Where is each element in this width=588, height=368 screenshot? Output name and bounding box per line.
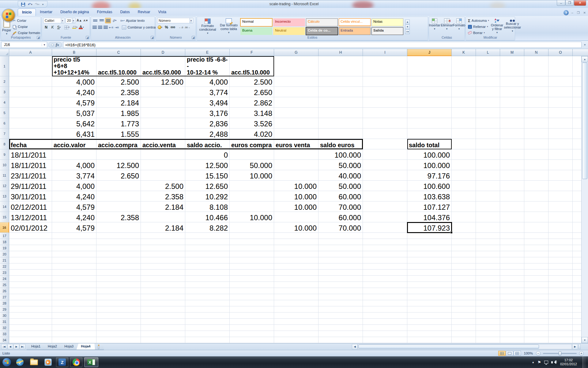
cell-I33[interactable] — [363, 331, 407, 337]
cell-L14[interactable] — [476, 201, 500, 212]
cell-F6[interactable]: 3.526 — [230, 118, 274, 128]
cell-N17[interactable] — [524, 233, 548, 239]
cell-L34[interactable] — [476, 337, 500, 343]
cell-G9[interactable] — [274, 149, 318, 160]
cell-K6[interactable] — [452, 118, 476, 128]
cell-H16[interactable]: 70.000 — [318, 222, 363, 233]
volume-icon[interactable] — [551, 361, 553, 363]
cell-G33[interactable] — [274, 331, 318, 337]
vertical-scroll-thumb[interactable] — [582, 63, 587, 179]
sheet-nav-first-icon[interactable]: |◀ — [1, 344, 7, 349]
cell-H19[interactable] — [318, 245, 363, 251]
cell-O17[interactable] — [548, 233, 573, 239]
cell-A18[interactable] — [9, 239, 52, 245]
cell-C34[interactable] — [96, 337, 141, 343]
cell-K2[interactable] — [452, 76, 476, 87]
cell-E12[interactable]: 12.650 — [185, 181, 230, 191]
cell-H6[interactable] — [318, 118, 363, 128]
cell-K31[interactable] — [452, 319, 476, 325]
cell-N10[interactable] — [524, 160, 548, 170]
cell-I10[interactable] — [363, 160, 407, 170]
cell-J10[interactable]: 100.000 — [407, 160, 452, 170]
save-button[interactable] — [20, 2, 26, 7]
cell-M13[interactable] — [500, 191, 524, 201]
cell-D21[interactable] — [141, 257, 185, 263]
cell-H30[interactable] — [318, 312, 363, 319]
cell-M23[interactable] — [500, 270, 524, 276]
cell-K21[interactable] — [452, 257, 476, 263]
decrease-indent-button[interactable]: ⇤≡ — [109, 25, 114, 30]
cell-B28[interactable] — [52, 300, 96, 306]
cell-K23[interactable] — [452, 270, 476, 276]
row-header-19[interactable]: 19 — [0, 245, 9, 251]
cell-B24[interactable] — [52, 276, 96, 282]
cell-I30[interactable] — [363, 312, 407, 319]
cell-N6[interactable] — [524, 118, 548, 128]
cell-M33[interactable] — [500, 331, 524, 337]
cell-H14[interactable]: 70.000 — [318, 201, 363, 212]
hidden-icons-button[interactable]: ▲ — [532, 361, 534, 364]
cell-B9[interactable] — [52, 149, 96, 160]
cell-F21[interactable] — [230, 257, 274, 263]
row-header-34[interactable]: 34 — [0, 337, 9, 343]
cell-A25[interactable] — [9, 282, 52, 288]
style-chip-incorrecto[interactable]: Incorrecto — [273, 18, 305, 26]
cell-G22[interactable] — [274, 263, 318, 270]
select-all-corner[interactable] — [0, 49, 9, 56]
dialog-launcher-icon[interactable]: ◢ — [86, 36, 89, 39]
accounting-format-button[interactable]: ▾ — [157, 25, 163, 30]
action-center-icon[interactable]: ⚑ — [537, 360, 541, 365]
row-header-28[interactable]: 28 — [0, 300, 9, 306]
normal-view-button[interactable] — [498, 351, 506, 356]
close-button[interactable]: ✕ — [574, 0, 586, 6]
cell-L25[interactable] — [476, 282, 500, 288]
cell-B12[interactable]: 4,000 — [52, 181, 96, 191]
cell-G21[interactable] — [274, 257, 318, 263]
row-header-5[interactable]: 5 — [0, 108, 9, 118]
row-header-10[interactable]: 10 — [0, 160, 9, 170]
cell-A3[interactable] — [9, 87, 52, 97]
zoom-in-button[interactable]: + — [579, 351, 584, 356]
sheet-tab-hoja2[interactable]: Hoja2 — [43, 343, 62, 350]
cell-L5[interactable] — [476, 108, 500, 118]
cell-C24[interactable] — [96, 276, 141, 282]
increase-decimal-button[interactable]: ←.0 — [178, 25, 184, 30]
cell-J20[interactable] — [407, 251, 452, 257]
shrink-font-button[interactable]: A▼ — [83, 18, 89, 23]
cell-M21[interactable] — [500, 257, 524, 263]
cell-F2[interactable]: 2.500 — [230, 76, 274, 87]
align-middle-button[interactable] — [99, 18, 104, 23]
cell-F19[interactable] — [230, 245, 274, 251]
cell-O23[interactable] — [548, 270, 573, 276]
cell-N14[interactable] — [524, 201, 548, 212]
cell-O27[interactable] — [548, 294, 573, 300]
cell-N5[interactable] — [524, 108, 548, 118]
cell-M4[interactable] — [500, 97, 524, 108]
cell-F1[interactable]: acc.tl5.10.000 — [230, 56, 274, 76]
cell-J34[interactable] — [407, 337, 452, 343]
cell-D14[interactable]: 2.184 — [141, 201, 185, 212]
scroll-down-icon[interactable]: ▼ — [582, 337, 588, 343]
find-select-button[interactable]: Buscar y seleccionar ▾ — [504, 18, 521, 36]
cell-L33[interactable] — [476, 331, 500, 337]
cell-L23[interactable] — [476, 270, 500, 276]
cell-L1[interactable] — [476, 56, 500, 76]
cell-E3[interactable]: 3,774 — [185, 87, 230, 97]
cell-E10[interactable]: 12.500 — [185, 160, 230, 170]
cell-G32[interactable] — [274, 325, 318, 331]
restore-button[interactable]: ❐ — [565, 0, 574, 6]
cell-C31[interactable] — [96, 319, 141, 325]
cell-C23[interactable] — [96, 270, 141, 276]
taskbar-clock[interactable]: 17:02 02/01/2012 — [558, 358, 579, 366]
ribbon-tab-diseño-de-página[interactable]: Diseño de página — [56, 9, 93, 16]
cell-C13[interactable] — [96, 191, 141, 201]
cell-I29[interactable] — [363, 306, 407, 312]
cell-O31[interactable] — [548, 319, 573, 325]
cell-L3[interactable] — [476, 87, 500, 97]
cell-A30[interactable] — [9, 312, 52, 319]
cell-M1[interactable] — [500, 56, 524, 76]
cell-G26[interactable] — [274, 288, 318, 294]
cell-L12[interactable] — [476, 181, 500, 191]
cell-K9[interactable] — [452, 149, 476, 160]
cell-M27[interactable] — [500, 294, 524, 300]
